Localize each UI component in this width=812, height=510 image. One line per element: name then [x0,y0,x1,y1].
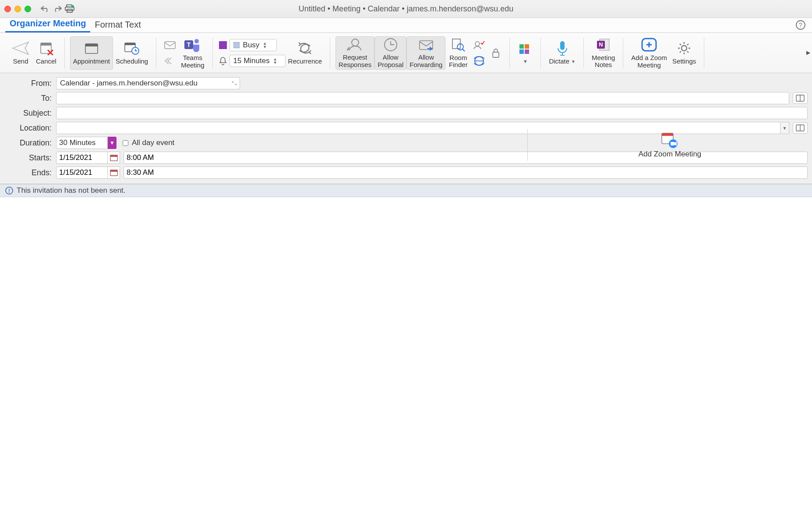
all-day-label: All day event [132,138,174,147]
info-icon: ! [5,187,13,195]
tab-organizer-meeting[interactable]: Organizer Meeting [5,16,90,32]
settings-label: Settings [672,58,696,65]
svg-text:T: T [187,41,191,48]
svg-rect-28 [525,44,529,49]
private-button[interactable] [489,46,502,60]
send-button[interactable]: Send [8,36,33,70]
undo-button[interactable] [39,3,51,15]
zoom-icon [660,131,679,149]
redo-button[interactable] [51,3,64,15]
categorize-button[interactable]: ▼ [515,36,535,70]
teams-meeting-button[interactable]: T Teams Meeting [178,36,207,70]
all-day-checkbox[interactable]: All day event [123,138,174,147]
meeting-notes-button[interactable]: N Meeting Notes [589,36,618,70]
reminder-value: 15 Minutes [233,57,270,65]
recurrence-label: Recurrence [288,58,322,65]
tab-format-text[interactable]: Format Text [90,17,145,32]
time-zones-button[interactable] [473,54,486,67]
cancel-button[interactable]: Cancel [33,36,59,70]
request-responses-button[interactable]: Request Responses [335,36,374,70]
svg-point-36 [681,46,687,51]
calendar-icon [110,169,118,176]
ribbon-expand-button[interactable]: ▶ [806,50,810,56]
zoom-add-panel-label: Add Zoom Meeting [639,150,702,159]
appointment-button[interactable]: Appointment [70,36,113,70]
zoom-add-panel-button[interactable]: Add Zoom Meeting [639,131,702,159]
meeting-body-editor[interactable] [0,197,812,460]
settings-button[interactable]: Settings [670,36,699,70]
teams-label: Teams Meeting [181,54,204,69]
allow-proposal-button[interactable]: Allow Proposal [374,36,406,70]
svg-rect-26 [493,52,499,57]
dictate-icon [556,40,569,56]
dictate-button[interactable]: Dictate▼ [546,36,578,70]
allow-forwarding-label: Allow Forwarding [410,54,442,68]
svg-point-24 [475,42,480,46]
reminder-dropdown[interactable]: 15 Minutes ▲▼ [229,55,286,67]
duration-value: 30 Minutes [56,137,108,149]
ribbon-tabs: Organizer Meeting Format Text ? [0,18,812,33]
allow-forwarding-button[interactable]: Allow Forwarding [406,36,445,70]
ends-date-picker-button[interactable] [108,166,120,179]
starts-label: Starts: [0,153,56,163]
from-dropdown[interactable]: Calendar - james.m.henderson@wsu.edu [56,77,240,89]
minimize-window-button[interactable] [14,6,21,12]
recurrence-icon [296,40,314,56]
cancel-icon [37,40,55,56]
address-book-icon [795,94,805,102]
allow-forwarding-icon [418,37,434,52]
svg-rect-29 [519,50,524,54]
print-button[interactable] [64,3,76,15]
svg-text:N: N [599,41,603,48]
check-names-button[interactable] [473,39,486,52]
mail-small-button[interactable] [163,39,177,52]
subject-input[interactable] [56,107,808,119]
svg-rect-30 [525,50,529,54]
close-window-button[interactable] [4,6,11,12]
send-icon [12,40,29,56]
help-button[interactable]: ? [795,20,806,30]
zoom-window-button[interactable] [25,6,31,12]
duration-dropdown-button[interactable]: ▼ [108,137,117,149]
svg-rect-9 [85,44,98,46]
ends-date-input[interactable] [56,166,108,179]
teams-icon: T [184,37,202,53]
ribbon: Send Cancel Appointment Scheduling [0,33,812,73]
to-address-book-button[interactable] [793,92,808,104]
allow-proposal-icon [382,37,399,52]
from-label: From: [0,79,56,88]
svg-rect-40 [110,155,117,157]
starts-date-input[interactable] [56,152,108,164]
status-dropdown[interactable]: Busy ▲▼ [229,39,277,51]
info-message: This invitation has not been sent. [17,186,126,195]
meeting-form: From: Calendar - james.m.henderson@wsu.e… [0,73,812,184]
add-zoom-meeting-button[interactable]: Add a Zoom Meeting [628,36,670,70]
ends-label: Ends: [0,168,56,177]
chevron-down-icon: ▼ [571,59,575,64]
ends-time-input[interactable] [124,166,808,179]
categorize-icon [519,41,532,57]
status-swatch-icon [233,42,240,48]
reply-all-small-button[interactable] [163,54,177,67]
request-responses-icon [347,37,364,52]
status-color-icon [218,40,228,50]
starts-date-picker-button[interactable] [108,152,120,164]
zoom-add-icon [640,37,658,53]
svg-rect-17 [219,41,227,49]
to-input[interactable] [56,92,789,104]
scheduling-button[interactable]: Scheduling [113,36,151,70]
recurrence-button[interactable]: Recurrence [286,36,325,70]
subject-label: Subject: [0,109,56,118]
info-bar: ! This invitation has not been sent. [0,184,812,197]
scheduling-icon [124,40,140,56]
zoom-meeting-pane: Add Zoom Meeting [527,129,812,161]
all-day-checkbox-input[interactable] [123,140,128,146]
titlebar: Untitled • Meeting • Calendar • james.m.… [0,0,812,18]
room-finder-button[interactable]: Room Finder [445,36,471,70]
svg-rect-31 [560,41,565,50]
request-responses-label: Request Responses [339,54,371,68]
svg-point-3 [71,5,74,8]
svg-rect-18 [233,42,240,48]
svg-rect-7 [41,43,51,46]
allow-proposal-label: Allow Proposal [378,54,403,68]
